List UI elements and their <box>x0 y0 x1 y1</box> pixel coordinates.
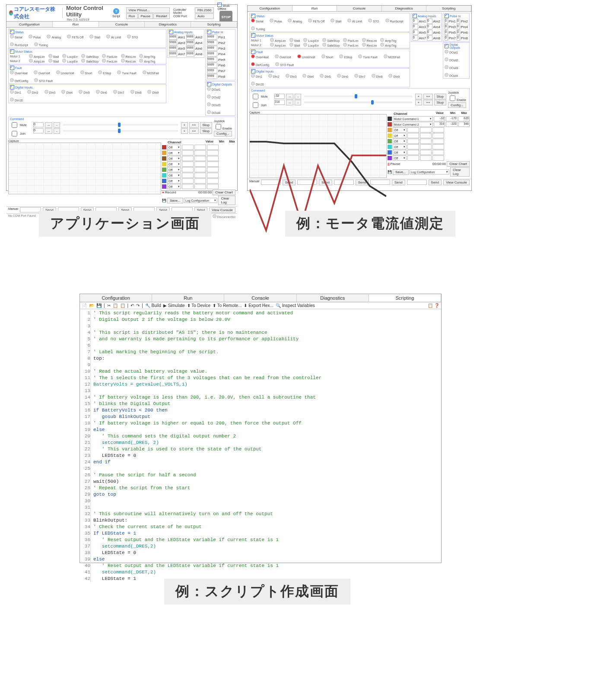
capture-chart-left <box>8 143 161 194</box>
cmd2-inc[interactable]: ++ <box>189 128 198 134</box>
cmd2-value[interactable]: 0 <box>33 128 44 133</box>
tab-console[interactable]: Console <box>99 22 145 27</box>
script-tab-scripting[interactable]: Scripting <box>369 294 441 302</box>
script-badge[interactable]: ?Script <box>112 8 120 18</box>
cmd1-slider[interactable] <box>63 124 178 126</box>
cmd2-slider-r[interactable] <box>304 101 412 103</box>
cmd2-minus[interactable]: - <box>54 128 60 134</box>
clear-log-button-r[interactable]: Clear Log <box>450 167 470 177</box>
cmd1-value[interactable]: 0 <box>33 122 44 127</box>
copy-icon[interactable]: 📋 <box>113 303 118 308</box>
tab-diagnostics-r[interactable]: Diagnostics <box>382 6 427 11</box>
led-din1: DIn1 <box>251 74 262 78</box>
led-stall: Stall <box>89 35 100 39</box>
cmd1-minus[interactable]: - <box>54 122 60 128</box>
cmd2-stop-r[interactable]: Stop <box>434 100 446 105</box>
cmd1-stop[interactable]: Stop <box>200 122 212 128</box>
tab-configuration-r[interactable]: Configuration <box>248 6 292 11</box>
cmd2-stop[interactable]: Stop <box>200 128 212 134</box>
joystick-enable[interactable] <box>216 124 221 130</box>
led-analog: Analog <box>288 19 302 23</box>
save-button-r[interactable]: Save... <box>393 169 409 175</box>
save-icon[interactable]: 💾 <box>96 303 102 308</box>
script-toolbar: 📄 📂 💾 | ✂ 📋 📋 | ↶ ↷ | 🔧 Build ▶ Simulate… <box>80 302 441 309</box>
joystick-config-button-r[interactable]: Config... <box>448 102 466 108</box>
cmd1-slider-r[interactable] <box>304 95 412 97</box>
script-tab-configuration[interactable]: Configuration <box>80 294 152 302</box>
run-button[interactable]: Run <box>126 13 138 19</box>
cmd1-plus[interactable]: + <box>181 122 188 128</box>
joystick-enable-r[interactable] <box>450 95 455 101</box>
save-button[interactable]: Save... <box>167 198 183 203</box>
ain-group: Analog Inputs 9999AIn19999AIn29999AIn399… <box>167 29 204 58</box>
simulate-button[interactable]: ▶ Simulate <box>163 303 185 308</box>
inspect-vars-button[interactable]: 🔍 Inspect Variables <box>276 303 315 308</box>
manual-input-1[interactable] <box>20 207 41 212</box>
led-short: Short <box>80 70 92 75</box>
cmd1-inc[interactable]: ++ <box>189 122 198 128</box>
controller-model-select[interactable]: FBL2360 <box>195 7 214 13</box>
led-mosfail: MOSFail <box>384 54 400 59</box>
paste-icon[interactable]: 📋 <box>120 303 125 308</box>
to-remote-button[interactable]: ⬆ To Remote... <box>213 303 242 308</box>
cmd1-dec[interactable]: -- <box>45 122 52 128</box>
pause-button[interactable]: Pause <box>138 13 153 19</box>
script-tabs: Configuration Run Console Diagnostics Sc… <box>80 294 441 302</box>
cmd2-dec[interactable]: -- <box>45 128 52 134</box>
log-config-select[interactable]: Log Configuration▾ <box>184 198 218 203</box>
tab-console-r[interactable]: Console <box>337 6 382 11</box>
new-icon[interactable]: 📄 <box>82 303 87 308</box>
open-icon[interactable]: 📂 <box>89 303 94 308</box>
work-offline-checkbox[interactable] <box>217 3 222 7</box>
view-pinout-button[interactable]: View Pinout... <box>126 7 170 13</box>
export-hex-button[interactable]: ⬇ Export Hex... <box>244 303 273 308</box>
dout-group: Digital Outputs DOut1DOut2DOut3DOut4 <box>205 81 235 116</box>
undo-icon[interactable]: ↶ <box>130 303 134 308</box>
cmd1-value-r[interactable]: -32 <box>274 94 285 99</box>
script-tab-diagnostics[interactable]: Diagnostics <box>297 294 369 302</box>
app-window-left: コアレスモータ株式会社 Motor Control UtilityRev 2.0… <box>6 4 238 191</box>
led-din6: DIn6 <box>96 90 107 94</box>
led-din4: DIn4 <box>61 90 73 94</box>
clear-chart-button[interactable]: Clear Chart <box>213 190 235 195</box>
cmd1-stop-r[interactable]: Stop <box>434 94 446 99</box>
to-device-button[interactable]: ⬆ To Device <box>187 303 211 308</box>
led-din2: DIn2 <box>27 90 38 94</box>
clear-chart-button-r[interactable]: Clear Chart <box>447 161 470 167</box>
help-icon[interactable]: 📋 ❓ <box>428 303 439 308</box>
command-group: Command Mute Join 0---+++Stop 0---+++Sto… <box>8 117 235 139</box>
tab-run[interactable]: Run <box>53 22 99 27</box>
cmd2-slider[interactable] <box>63 130 178 132</box>
script-tab-console[interactable]: Console <box>224 294 296 302</box>
log-config-select-r[interactable]: Log Configuration▾ <box>410 169 449 174</box>
view-console-button-r[interactable]: View Console <box>443 180 470 185</box>
led-fets off: FETs Off <box>308 19 324 23</box>
led-estop: EStop <box>339 54 352 59</box>
code-editor[interactable]: 1' This script regularily reads the batt… <box>80 309 441 583</box>
led-tuning: Tuning <box>34 42 48 47</box>
joystick-config-button[interactable]: Config... <box>214 131 232 136</box>
clear-log-button[interactable]: Clear Log <box>218 196 235 205</box>
view-console-button[interactable]: View Console <box>209 207 235 213</box>
join-checkbox[interactable] <box>12 131 17 136</box>
com-port-select[interactable]: Auto <box>195 13 214 19</box>
tab-scripting-r[interactable]: Scripting <box>426 6 471 11</box>
build-button[interactable]: 🔧 Build <box>145 303 161 308</box>
tab-diagnostics[interactable]: Diagnostics <box>145 22 191 27</box>
cmd2-plus[interactable]: + <box>181 128 188 134</box>
tab-configuration[interactable]: Configuration <box>6 22 53 27</box>
mute-checkbox[interactable] <box>12 122 17 128</box>
led-pulse: Pulse <box>270 19 282 23</box>
cut-icon[interactable]: ✂ <box>107 303 111 308</box>
led-din10: DIn10 <box>251 82 264 86</box>
led-dout2: DOut2 <box>445 57 458 62</box>
tab-scripting[interactable]: Scripting <box>191 22 237 27</box>
join-checkbox-r[interactable] <box>253 102 258 108</box>
cmd2-value-r[interactable]: 316 <box>274 100 285 105</box>
script-tab-run[interactable]: Run <box>152 294 224 302</box>
tab-run-r[interactable]: Run <box>292 6 337 11</box>
restart-button[interactable]: Restart <box>153 13 170 19</box>
mute-checkbox-r[interactable] <box>253 94 258 99</box>
led-dout1: DOut1 <box>445 50 458 54</box>
redo-icon[interactable]: ↷ <box>136 303 140 308</box>
